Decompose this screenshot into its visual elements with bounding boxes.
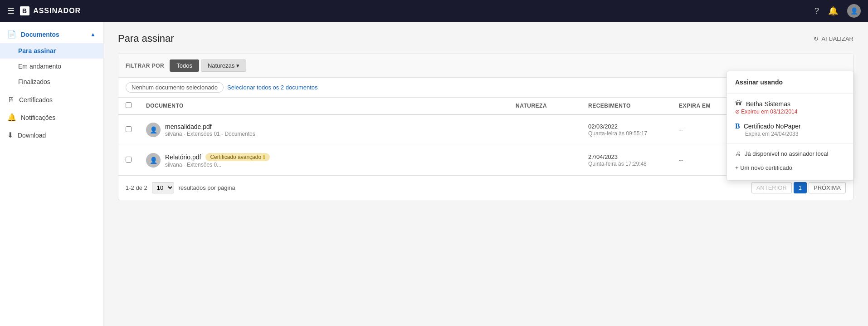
row1-expira-cell: -- [672,114,726,145]
sidebar-item-notificacoes[interactable]: 🔔 Notificações [0,109,103,126]
sidebar-item-para-assinar[interactable]: Para assinar [0,43,103,59]
notifications-icon[interactable]: 🔔 [828,6,838,16]
popup-new-cert-action[interactable]: + Um novo certificado [727,161,853,175]
row1-date-main: 02/03/2022 [588,123,664,130]
sidebar-notificacoes-label: Notificações [21,114,55,121]
sidebar-item-em-andamento[interactable]: Em andamento [0,59,103,74]
row2-expira-cell: -- [672,145,726,176]
popup-nopaper-sub: Expira em 24/04/2033 [735,131,845,137]
chevron-down-icon: ▾ [236,62,239,69]
main-content: Para assinar ↻ ATUALIZAR FILTRAR POR Tod… [103,22,868,326]
row1-checkbox[interactable] [126,126,132,132]
pagination-range: 1-2 de 2 [126,184,147,191]
popup-nopaper-name: Certificado NoPaper [744,123,801,130]
per-page-label: resultados por página [179,184,235,191]
row1-recebimento-cell: 02/03/2022 Quarta-feira às 09:55:17 [581,114,672,145]
row1-doc-cell: 👤 mensalidade.pdf silvana - Extensões 01… [139,114,508,145]
sidebar-documentos-label: Documentos [21,31,59,38]
download-icon: ⬇ [7,131,13,139]
hamburger-icon[interactable]: ☰ [7,6,15,16]
filter-naturezas-button[interactable]: Naturezas ▾ [201,59,246,72]
popup-betha-expired: ⊘ Expirou em 03/12/2014 [735,109,845,115]
row2-doc-sub: silvana - Extensões 0... [165,162,270,168]
badge-label: Certificado avançado [210,154,261,160]
col-expira-header: EXPIRA EM [672,98,726,114]
pagination-nav: ANTERIOR 1 PRÓXIMA [751,182,846,193]
logo-b-icon: B [20,6,29,15]
select-all-checkbox[interactable] [126,102,132,108]
row2-doc-info: 👤 Relatório.pdf Certificado avançado ℹ [146,153,501,168]
col-natureza-header: NATUREZA [508,98,581,114]
sidebar-em-andamento-label: Em andamento [18,63,61,70]
logo-text: ASSINADOR [33,7,81,15]
document-icon: 📄 [7,30,16,39]
advanced-cert-badge: Certificado avançado ℹ [205,153,270,161]
popup-divider-2 [727,143,853,144]
sidebar-documentos-section: 📄 Documentos ▲ Para assinar Em andamento… [0,25,103,89]
layout: 📄 Documentos ▲ Para assinar Em andamento… [0,22,868,326]
avatar[interactable]: 👤 [847,4,861,18]
bank-icon: 🏛 [735,100,742,108]
popup-item-betha[interactable]: 🏛 Betha Sistemas ⊘ Expirou em 03/12/2014 [727,96,853,119]
topbar-left: ☰ B ASSINADOR [7,6,81,16]
row2-recebimento-cell: 27/04/2023 Quinta-feira às 17:29:48 [581,145,672,176]
popup-new-cert-label: + Um novo certificado [735,164,792,171]
row1-doc-name: mensalidade.pdf [165,123,255,130]
certificate-icon: 🖥 [7,96,15,104]
sidebar-download-label: Download [18,132,46,139]
row2-natureza-cell [508,145,581,176]
select-all-link[interactable]: Selecionar todos os 2 documentos [227,84,317,91]
refresh-icon: ↻ [814,35,819,42]
row1-avatar: 👤 [146,123,161,137]
sidebar-item-certificados[interactable]: 🖥 Certificados [0,91,103,109]
popup-item-betha-header: 🏛 Betha Sistemas [735,100,845,108]
popup-item-nopaper-header: B Certificado NoPaper [735,122,845,130]
sidebar-item-documentos[interactable]: 📄 Documentos ▲ [0,25,103,43]
topbar: ☰ B ASSINADOR ? 🔔 👤 [0,0,868,22]
popup-local-action[interactable]: 🖨 Já disponível no assinador local [727,147,853,161]
popup-title: Assinar usando [727,77,853,90]
row1-date-sub: Quarta-feira às 09:55:17 [588,130,664,137]
filter-by-label: FILTRAR POR [126,63,164,69]
sidebar-finalizados-label: Finalizados [18,78,50,85]
row1-doc-info: 👤 mensalidade.pdf silvana - Extensões 01… [146,123,501,137]
col-documento-header: DOCUMENTO [139,98,508,114]
filter-naturezas-label: Naturezas [208,62,234,69]
sidebar-item-download[interactable]: ⬇ Download [0,126,103,144]
row2-checkbox-cell [118,145,139,176]
filter-todos-button[interactable]: Todos [170,59,199,72]
row2-avatar: 👤 [146,153,161,168]
col-recebimento-header: RECEBIMENTO [581,98,672,114]
row1-checkbox-cell [118,114,139,145]
assinar-dropdown-popup: Assinar usando 🏛 Betha Sistemas ⊘ Expiro… [727,71,853,181]
row2-doc-cell: 👤 Relatório.pdf Certificado avançado ℹ [139,145,508,176]
row2-doc-name: Relatório.pdf [165,153,201,161]
sidebar-item-finalizados[interactable]: Finalizados [0,74,103,89]
popup-local-label: Já disponível no assinador local [745,150,828,157]
help-icon[interactable]: ? [814,6,819,16]
sidebar-para-assinar-label: Para assinar [18,47,56,54]
info-icon[interactable]: ℹ [263,154,265,160]
page-title: Para assinar [118,33,174,44]
anterior-button[interactable]: ANTERIOR [751,182,792,193]
no-selection-badge: Nenhum documento selecionado [126,82,224,93]
page-1-button[interactable]: 1 [794,182,807,193]
row2-checkbox[interactable] [126,157,132,163]
sidebar: 📄 Documentos ▲ Para assinar Em andamento… [0,22,103,326]
page-header: Para assinar ↻ ATUALIZAR [118,33,853,44]
bell-icon: 🔔 [7,113,16,122]
refresh-label: ATUALIZAR [821,35,853,42]
page-size-select[interactable]: 10 [152,182,174,193]
popup-item-nopaper[interactable]: B Certificado NoPaper Expira em 24/04/20… [727,119,853,141]
popup-betha-name: Betha Sistemas [746,100,790,108]
refresh-button[interactable]: ↻ ATUALIZAR [814,35,853,42]
popup-divider-1 [727,93,853,94]
row2-name-row: Relatório.pdf Certificado avançado ℹ [165,153,270,161]
row2-date-main: 27/04/2023 [588,153,664,160]
topbar-right: ? 🔔 👤 [814,4,861,18]
chevron-up-icon: ▲ [90,31,96,38]
proxima-button[interactable]: PRÓXIMA [809,182,846,193]
sidebar-certificados-label: Certificados [19,96,53,104]
row2-date-sub: Quinta-feira às 17:29:48 [588,161,664,167]
col-checkbox [118,98,139,114]
